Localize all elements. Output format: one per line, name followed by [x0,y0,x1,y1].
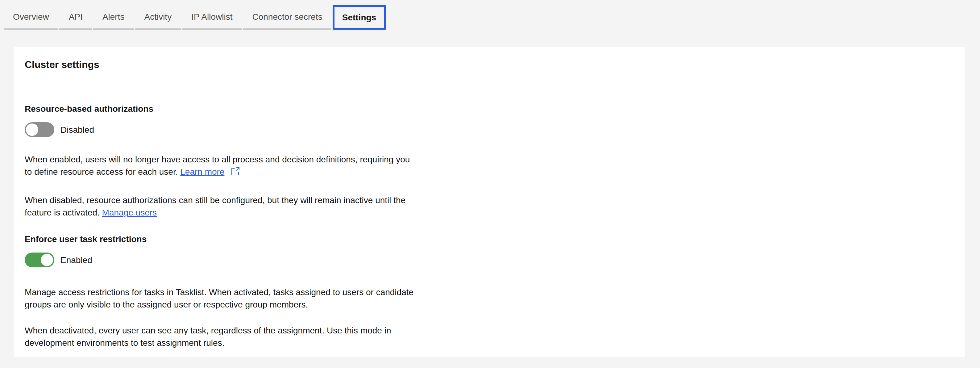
cluster-settings-page: Overview API Alerts Activity IP Allowlis… [0,0,980,368]
task-restrictions-description-activated: Manage access restrictions for tasks in … [25,286,954,311]
toggle-knob [41,254,53,266]
paragraph-line: When disabled, resource authorizations c… [25,194,954,206]
paragraph-line: to define resource access for each user.… [25,166,954,178]
manage-users-link[interactable]: Manage users [102,207,157,217]
paragraph-line: groups are only visible to the assigned … [25,298,954,311]
cluster-settings-card: Cluster settings Resource-based authoriz… [14,47,964,357]
paragraph-text: feature is activated. [25,207,100,217]
tab-ip-allowlist[interactable]: IP Allowlist [182,5,242,30]
toggle-knob [26,123,38,136]
resource-authorizations-description-disabled: When disabled, resource authorizations c… [25,194,954,218]
resource-authorizations-toggle[interactable] [25,122,54,137]
tab-alerts[interactable]: Alerts [93,5,134,30]
paragraph-line: feature is activated. Manage users [25,206,954,218]
divider [25,83,954,83]
toggle-state-label: Disabled [60,123,94,136]
section-label-user-task-restrictions: Enforce user task restrictions [25,233,954,245]
tab-api[interactable]: API [60,5,92,30]
paragraph-line: development environments to test assignm… [25,336,954,349]
launch-icon[interactable] [230,167,240,177]
paragraph-line: Manage access restrictions for tasks in … [25,286,954,298]
resource-authorizations-toggle-row: Disabled [25,122,954,137]
user-task-restrictions-toggle-row: Enabled [25,253,954,268]
section-label-resource-authorizations: Resource-based authorizations [25,103,954,114]
tab-settings[interactable]: Settings [333,5,385,30]
resource-authorizations-description-enabled: When enabled, users will no longer have … [25,153,954,178]
tab-connector-secrets[interactable]: Connector secrets [243,5,332,30]
learn-more-link[interactable]: Learn more [180,167,224,177]
tab-activity[interactable]: Activity [135,5,181,30]
task-restrictions-description-deactivated: When deactivated, every user can see any… [25,324,954,349]
tab-overview[interactable]: Overview [4,5,58,30]
toggle-state-label: Enabled [60,254,92,266]
paragraph-line: When enabled, users will no longer have … [25,153,954,166]
paragraph-text: to define resource access for each user. [25,167,178,177]
user-task-restrictions-toggle[interactable] [25,253,54,268]
paragraph-line: When deactivated, every user can see any… [25,324,954,336]
page-title: Cluster settings [25,58,954,72]
tab-bar: Overview API Alerts Activity IP Allowlis… [0,0,980,30]
